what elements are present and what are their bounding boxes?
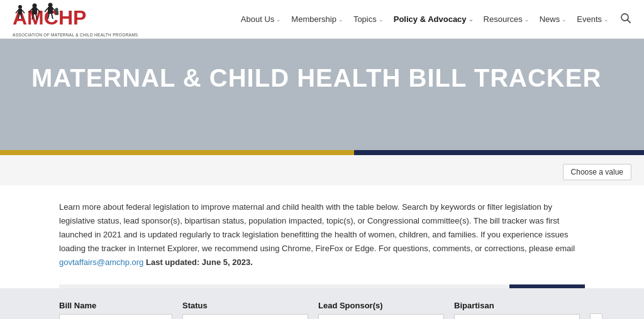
chevron-down-icon: ⌄ [469,16,474,23]
svg-rect-2 [18,9,22,14]
hero-gold-bar [0,150,354,155]
bill-name-label: Bill Name [59,301,172,310]
nav-item-membership[interactable]: Membership ⌄ [287,12,347,26]
table-menu-button[interactable]: ⋮ [590,313,602,319]
scroll-bar[interactable] [59,284,585,288]
nav-item-policy-advocacy[interactable]: Policy & Advocacy ⌄ [390,12,477,26]
nav-item-topics[interactable]: Topics ⌄ [350,12,387,26]
status-select[interactable]: Choose a value ▾ [182,314,308,319]
top-choose-value-button[interactable]: Choose a value [563,164,631,180]
bill-name-filter-col: Bill Name [59,301,172,319]
description-suffix: Last updated: June 5, 2023. [143,257,252,267]
nav-item-about-us[interactable]: About Us ⌄ [237,12,285,26]
chevron-down-icon: ⌄ [379,16,384,23]
chevron-down-icon: ⌄ [276,16,281,23]
page-title: MATERNAL & CHILD HEALTH BILL TRACKER [31,64,613,117]
top-filter-bar: Choose a value [0,155,644,185]
filter-row: Bill Name Status Choose a value ▾ Lead S… [59,301,585,319]
bipartisan-label: Bipartisan [454,301,580,310]
chevron-down-icon: ⌄ [525,16,530,23]
logo: AMCHP [13,2,145,37]
lead-sponsor-filter-col: Lead Sponsor(s) Choose a value ▾ [318,301,444,319]
status-label: Status [182,301,308,310]
description-section: Learn more about federal legislation to … [0,185,644,284]
description-main-text: Learn more about federal legislation to … [59,202,575,253]
svg-point-19 [55,8,58,11]
logo-graphic: AMCHP [13,2,145,32]
chevron-down-icon: ⌄ [604,16,609,23]
nav-item-resources[interactable]: Resources ⌄ [480,12,533,26]
svg-line-22 [628,19,631,23]
description-paragraph: Learn more about federal legislation to … [59,200,585,269]
navbar: AMCHP [0,0,644,39]
svg-rect-8 [32,8,37,14]
table-filter-section: Bill Name Status Choose a value ▾ Lead S… [0,288,644,319]
bipartisan-select[interactable]: Choose a value ▾ [454,314,580,319]
nav-links: About Us ⌄ Membership ⌄ Topics ⌄ Policy … [145,12,631,26]
nav-item-events[interactable]: Events ⌄ [573,12,613,26]
lead-sponsor-label: Lead Sponsor(s) [318,301,444,310]
bipartisan-filter-col: Bipartisan Choose a value ▾ [454,301,580,319]
status-filter-col: Status Choose a value ▾ [182,301,308,319]
scroll-thumb [509,284,585,288]
svg-point-1 [18,5,22,9]
search-icon[interactable] [620,13,631,26]
chevron-down-icon: ⌄ [562,16,567,23]
vertical-dots-icon: ⋮ [591,316,602,319]
svg-rect-20 [55,11,58,15]
nav-item-news[interactable]: News ⌄ [536,12,571,26]
bill-name-input[interactable] [59,314,172,319]
hero-dark-bar [354,150,644,155]
email-link[interactable]: govtaffairs@amchp.org [59,257,143,267]
svg-point-13 [48,3,53,7]
lead-sponsor-select[interactable]: Choose a value ▾ [318,314,444,319]
svg-point-7 [33,3,37,8]
chevron-down-icon: ⌄ [338,16,343,23]
logo-subtitle: ASSOCIATION OF MATERNAL & CHILD HEALTH P… [13,33,138,37]
hero-section: MATERNAL & CHILD HEALTH BILL TRACKER [0,39,644,155]
svg-rect-14 [48,7,53,14]
